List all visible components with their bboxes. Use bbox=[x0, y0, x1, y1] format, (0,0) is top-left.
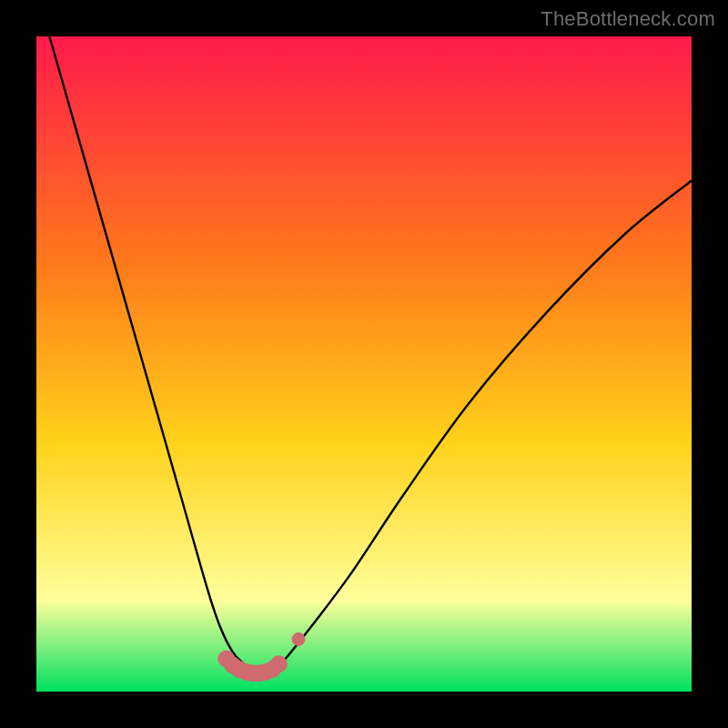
flat-region-marker bbox=[270, 656, 287, 672]
gradient-background bbox=[36, 36, 692, 692]
chart-frame: TheBottleneck.com bbox=[0, 0, 728, 728]
detached-marker bbox=[292, 632, 305, 645]
plot-area bbox=[36, 36, 692, 692]
watermark-text: TheBottleneck.com bbox=[541, 7, 715, 31]
bottleneck-chart bbox=[36, 36, 692, 692]
